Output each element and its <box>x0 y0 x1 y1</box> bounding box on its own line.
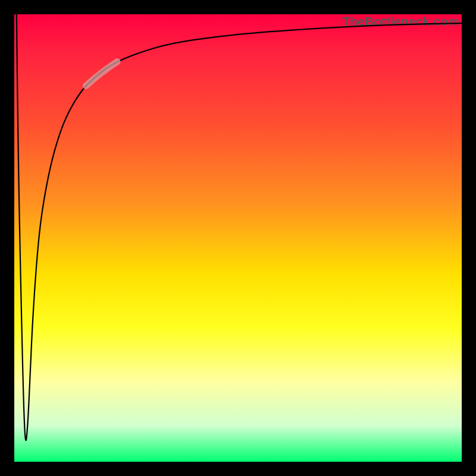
plot-area: TheBottleneck.com <box>14 14 462 462</box>
curve-svg <box>14 14 462 462</box>
chart-container: TheBottleneck.com <box>0 0 476 476</box>
highlight-segment <box>86 62 117 86</box>
bottleneck-curve <box>17 14 462 440</box>
